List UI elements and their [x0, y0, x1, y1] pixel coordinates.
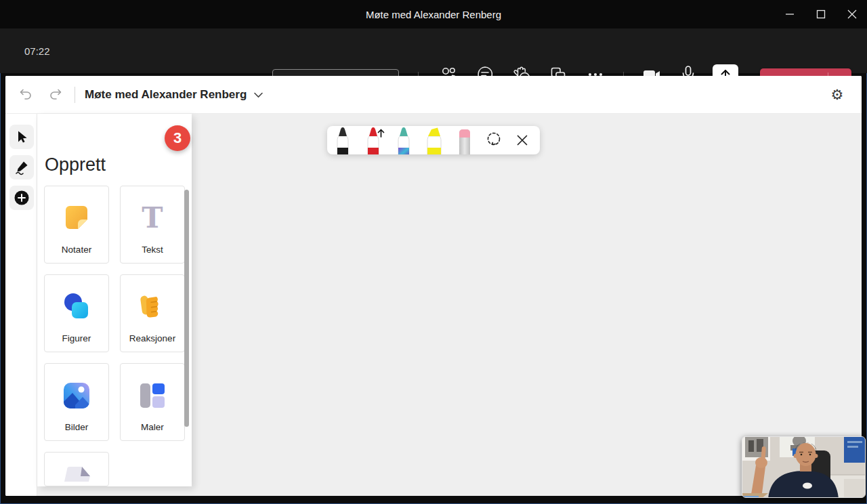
create-item-label: Notater: [62, 245, 91, 263]
document-icon: [58, 453, 96, 486]
app-window: Møte med Alexander Renberg 07:22 Stopp p…: [0, 0, 867, 504]
redo-button[interactable]: [41, 76, 70, 114]
black-pen-icon: [333, 126, 353, 154]
create-item-shapes[interactable]: Figurer: [44, 274, 109, 352]
create-item-label: Reaksjoner: [129, 333, 175, 352]
self-video-pip[interactable]: [742, 436, 866, 498]
galaxy-pen-tool[interactable]: [388, 126, 419, 154]
create-item-notes[interactable]: Notater: [44, 186, 109, 264]
lasso-icon: [484, 131, 503, 150]
pen-options-arrow-icon: [377, 128, 385, 138]
divider: [75, 87, 75, 103]
lasso-select-tool[interactable]: [480, 126, 508, 154]
close-pen-toolbar-button[interactable]: [508, 126, 536, 154]
minimize-icon: [785, 9, 795, 19]
panel-scrollbar[interactable]: [184, 190, 189, 427]
create-item-label: Figurer: [62, 333, 91, 352]
close-button[interactable]: [837, 0, 867, 28]
create-item-label: Bilder: [65, 422, 89, 440]
whiteboard-window: Møte med Alexander Renberg ⚙: [5, 76, 862, 496]
annotation-badge: 3: [165, 125, 190, 151]
chevron-down-icon: [253, 91, 263, 98]
undo-button[interactable]: [11, 76, 41, 114]
close-icon: [515, 133, 530, 148]
meeting-control-bar: 07:22 Stopp presentasjon: [0, 28, 867, 73]
whiteboard-toolbar: Møte med Alexander Renberg ⚙: [5, 76, 862, 114]
create-item-reactions[interactable]: Reaksjoner: [120, 274, 185, 352]
tool-rail: [5, 114, 37, 496]
shapes-icon: [60, 275, 93, 333]
redo-icon: [48, 87, 63, 102]
create-item-label: Tekst: [142, 245, 163, 263]
meeting-timer: 07:22: [24, 28, 50, 73]
highlighter-icon: [423, 126, 445, 154]
board-title: Møte med Alexander Renberg: [85, 88, 247, 102]
create-item-text[interactable]: T Tekst: [120, 186, 185, 264]
eraser-icon: [454, 126, 475, 154]
select-cursor-icon: [14, 129, 29, 144]
maximize-icon: [816, 9, 826, 19]
sticky-note-icon: [60, 186, 93, 245]
pen-toolbar: [327, 126, 540, 154]
select-tool-button[interactable]: [9, 125, 34, 149]
eraser-tool[interactable]: [449, 126, 480, 154]
maximize-button[interactable]: [806, 0, 836, 28]
settings-button[interactable]: ⚙: [822, 76, 852, 114]
plus-circle-icon: [14, 190, 30, 206]
templates-icon: [136, 364, 169, 422]
create-item-documents-partial[interactable]: [44, 452, 109, 486]
window-title: Møte med Alexander Renberg: [0, 0, 867, 28]
ink-tool-button[interactable]: [9, 155, 34, 180]
images-icon: [60, 364, 93, 422]
gear-icon: ⚙: [831, 87, 844, 103]
presenter-video: [742, 437, 866, 498]
create-item-templates[interactable]: Maler: [120, 363, 185, 441]
thumbs-up-icon: [136, 275, 169, 333]
galaxy-pen-icon: [394, 126, 414, 154]
yellow-highlighter-tool[interactable]: [419, 126, 449, 154]
panel-heading: Opprett: [45, 154, 106, 175]
add-tool-button[interactable]: [9, 186, 34, 210]
undo-icon: [18, 87, 33, 102]
create-item-label: Maler: [141, 422, 164, 440]
create-item-images[interactable]: Bilder: [44, 363, 109, 441]
pen-icon: [14, 159, 30, 175]
red-pen-tool[interactable]: [358, 126, 388, 154]
minimize-button[interactable]: [775, 0, 805, 28]
text-icon: T: [142, 186, 163, 245]
board-title-menu[interactable]: Møte med Alexander Renberg: [85, 88, 263, 102]
black-pen-tool[interactable]: [327, 126, 358, 154]
close-icon: [847, 9, 857, 19]
create-panel: Opprett Notater T Tekst: [37, 114, 192, 486]
title-bar: Møte med Alexander Renberg: [0, 0, 867, 28]
